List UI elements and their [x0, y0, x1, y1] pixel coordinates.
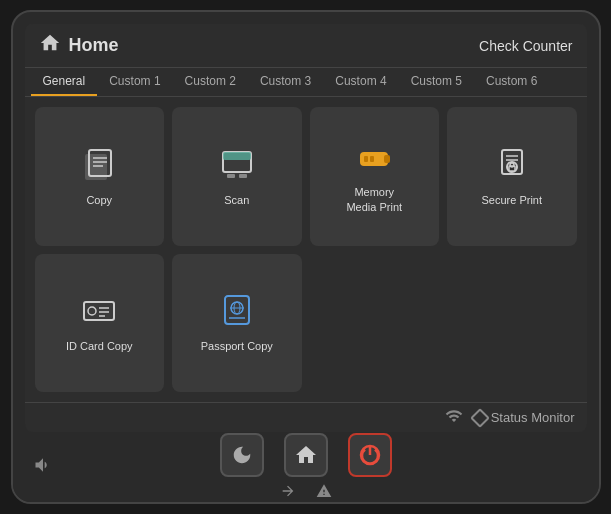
- power-button[interactable]: [348, 433, 392, 477]
- svg-rect-19: [510, 163, 514, 167]
- status-monitor-icon: [470, 408, 490, 428]
- scan-icon: [219, 146, 255, 187]
- tab-general[interactable]: General: [31, 68, 98, 96]
- app-grid: Copy Scan: [25, 97, 587, 402]
- grid-item-secure-print[interactable]: Secure Print: [447, 107, 577, 246]
- status-monitor-button[interactable]: Status Monitor: [473, 410, 575, 425]
- grid-item-passport-copy[interactable]: Passport Copy: [172, 254, 302, 393]
- warning-icon: [316, 483, 332, 502]
- tab-custom6[interactable]: Custom 6: [474, 68, 549, 96]
- tab-custom1[interactable]: Custom 1: [97, 68, 172, 96]
- memory-media-print-label: MemoryMedia Print: [346, 185, 402, 214]
- page-title: Home: [69, 35, 119, 56]
- svg-rect-7: [227, 174, 235, 178]
- svg-rect-8: [239, 174, 247, 178]
- screen: Home Check Counter General Custom 1 Cust…: [25, 24, 587, 432]
- passport-copy-label: Passport Copy: [201, 339, 273, 353]
- grid-item-id-card-copy[interactable]: ID Card Copy: [35, 254, 165, 393]
- home-icon: [39, 32, 61, 59]
- arrow-right-icon: [280, 483, 296, 502]
- svg-rect-11: [384, 155, 390, 163]
- secure-print-icon: [494, 146, 530, 187]
- memory-media-icon: [356, 138, 392, 179]
- tab-custom3[interactable]: Custom 3: [248, 68, 323, 96]
- grid-item-memory-media-print[interactable]: MemoryMedia Print: [310, 107, 440, 246]
- sleep-button[interactable]: [220, 433, 264, 477]
- volume-icon: [33, 455, 53, 479]
- header-left: Home: [39, 32, 119, 59]
- tab-custom2[interactable]: Custom 2: [173, 68, 248, 96]
- svg-point-21: [88, 307, 96, 315]
- passport-copy-icon: [219, 292, 255, 333]
- id-card-copy-label: ID Card Copy: [66, 339, 133, 353]
- id-card-copy-icon: [81, 292, 117, 333]
- svg-rect-25: [225, 296, 249, 324]
- tab-custom5[interactable]: Custom 5: [399, 68, 474, 96]
- header: Home Check Counter: [25, 24, 587, 68]
- secure-print-label: Secure Print: [481, 193, 542, 207]
- copy-label: Copy: [86, 193, 112, 207]
- tabs-bar: General Custom 1 Custom 2 Custom 3 Custo…: [25, 68, 587, 97]
- scan-label: Scan: [224, 193, 249, 207]
- grid-item-scan[interactable]: Scan: [172, 107, 302, 246]
- bottom-controls: [13, 432, 599, 502]
- check-counter-button[interactable]: Check Counter: [479, 38, 572, 54]
- network-icon: [445, 407, 463, 428]
- status-monitor-label: Status Monitor: [491, 410, 575, 425]
- home-button[interactable]: [284, 433, 328, 477]
- status-bar: Status Monitor: [25, 402, 587, 432]
- copy-icon: [81, 146, 117, 187]
- svg-rect-13: [370, 156, 374, 162]
- tab-custom4[interactable]: Custom 4: [323, 68, 398, 96]
- svg-rect-12: [364, 156, 368, 162]
- svg-rect-6: [223, 152, 251, 160]
- device-frame: Home Check Counter General Custom 1 Cust…: [11, 10, 601, 504]
- bottom-left: [33, 455, 53, 479]
- grid-item-copy[interactable]: Copy: [35, 107, 165, 246]
